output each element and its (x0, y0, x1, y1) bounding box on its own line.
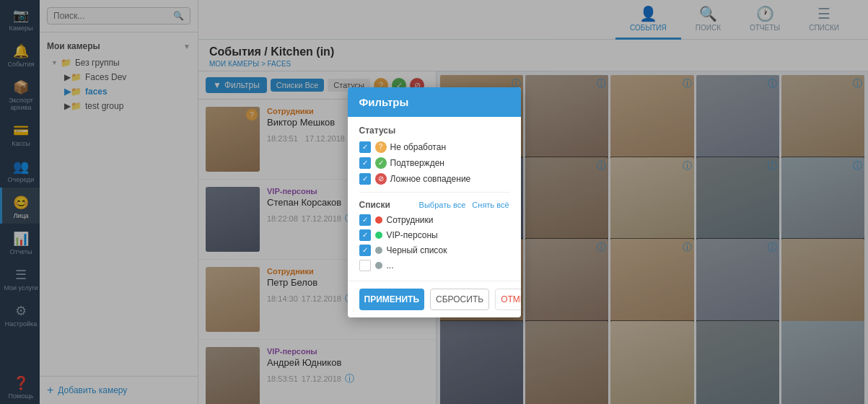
status-unprocessed-row: ? Не обработан (359, 141, 509, 153)
list-other-checkbox[interactable] (359, 260, 371, 271)
status-check-icon: ✓ (375, 157, 387, 169)
list-vip-row: VIP-персоны (359, 229, 509, 241)
status-confirmed-checkbox[interactable] (359, 157, 371, 169)
list-blacklist-label: Черный список (387, 245, 447, 255)
lists-section-title: Списки (359, 200, 390, 210)
modal-body: Статусы ? Не обработан ✓ Подтвержден ⊘ Л… (348, 117, 521, 281)
other-dot (375, 262, 382, 269)
list-vip-checkbox[interactable] (359, 229, 371, 241)
status-ban-icon: ⊘ (375, 173, 387, 185)
select-all-link[interactable]: Выбрать все (419, 201, 466, 209)
status-confirmed-row: ✓ Подтвержден (359, 157, 509, 169)
status-false-match-row: ⊘ Ложное совпадение (359, 173, 509, 185)
lists-header: Списки Выбрать все Снять всё (359, 200, 509, 210)
modal-header: Фильтры (348, 87, 521, 117)
status-false-match-checkbox[interactable] (359, 173, 371, 185)
list-employees-label: Сотрудники (387, 215, 434, 225)
list-blacklist-row: Черный список (359, 245, 509, 256)
status-question-icon: ? (375, 141, 387, 153)
status-unprocessed-label: Не обработан (390, 142, 447, 152)
lists-links: Выбрать все Снять всё (419, 201, 509, 209)
status-false-match-label: Ложное совпадение (390, 174, 471, 184)
vip-dot (375, 232, 382, 239)
apply-button[interactable]: ПРИМЕНИТЬ (359, 289, 425, 310)
modal-footer: ПРИМЕНИТЬ СБРОСИТЬ ОТМЕНА (348, 281, 521, 317)
cancel-button[interactable]: ОТМЕНА (495, 289, 520, 310)
deselect-all-link[interactable]: Снять всё (472, 201, 509, 209)
list-employees-row: Сотрудники (359, 214, 509, 226)
status-unprocessed-checkbox[interactable] (359, 141, 371, 153)
modal-lists-scroll: Сотрудники VIP-персоны Черный список (359, 214, 509, 272)
list-other-row: ... (359, 260, 509, 271)
list-other-label: ... (387, 260, 394, 271)
modal-overlay[interactable]: Фильтры Статусы ? Не обработан ✓ Подтвер… (0, 0, 868, 404)
list-employees-checkbox[interactable] (359, 214, 371, 226)
statuses-section-title: Статусы (359, 126, 509, 136)
modal-title: Фильтры (359, 96, 409, 108)
reset-button[interactable]: СБРОСИТЬ (430, 289, 489, 310)
lists-section: Списки Выбрать все Снять всё Сотрудники (359, 200, 509, 272)
status-confirmed-label: Подтвержден (390, 158, 444, 168)
employees-dot (375, 216, 382, 224)
list-vip-label: VIP-персоны (387, 230, 438, 240)
blacklist-dot (375, 247, 382, 254)
filter-modal: Фильтры Статусы ? Не обработан ✓ Подтвер… (348, 87, 521, 317)
list-blacklist-checkbox[interactable] (359, 245, 371, 256)
modal-divider (359, 192, 509, 193)
